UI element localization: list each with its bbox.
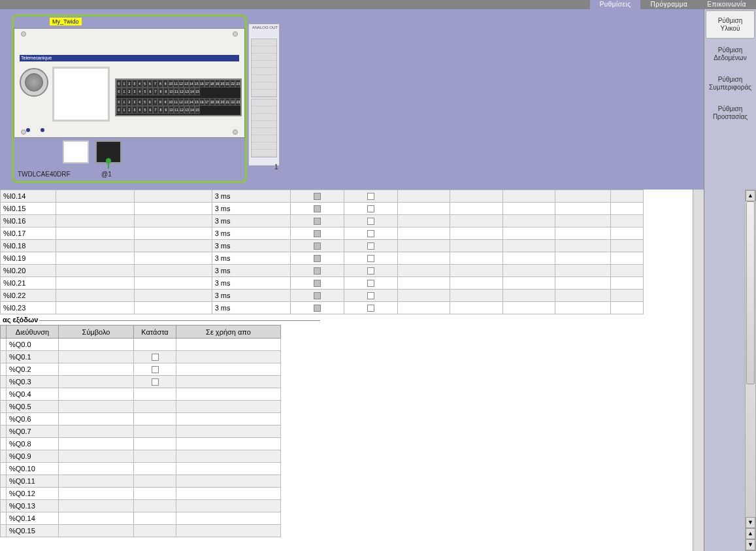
checkbox-icon[interactable] [314, 292, 321, 299]
output-usedby-cell[interactable] [176, 388, 281, 401]
checkbox-icon[interactable] [314, 218, 321, 225]
input-cell[interactable] [555, 240, 610, 252]
input-cell[interactable] [502, 302, 555, 314]
input-cell[interactable] [610, 227, 643, 240]
scroll-jump-up-icon[interactable]: ▲ [746, 528, 755, 539]
output-usedby-cell[interactable] [176, 475, 281, 488]
input-filter-cell[interactable]: 3 ms [212, 252, 290, 265]
checkbox-icon[interactable] [367, 242, 374, 250]
output-usedby-cell[interactable] [176, 426, 281, 438]
input-check2-cell[interactable] [344, 265, 398, 277]
input-cell[interactable] [610, 302, 643, 314]
output-usedby-cell[interactable] [176, 351, 281, 363]
menu-communication[interactable]: Επικοινωνία [697, 0, 756, 9]
input-cell[interactable] [610, 203, 643, 215]
output-row[interactable]: %Q0.12 [1, 488, 281, 500]
output-row[interactable]: %Q0.10 [1, 463, 281, 475]
input-filter-cell[interactable]: 3 ms [212, 203, 290, 215]
output-usedby-cell[interactable] [176, 401, 281, 413]
input-cell[interactable] [555, 215, 610, 227]
checkbox-icon[interactable] [314, 267, 321, 275]
checkbox-icon[interactable] [314, 255, 321, 262]
output-state-cell[interactable] [134, 339, 176, 351]
input-cell[interactable] [450, 215, 502, 227]
input-cell[interactable] [398, 290, 450, 302]
input-check2-cell[interactable] [344, 240, 398, 252]
output-state-cell[interactable] [134, 488, 176, 500]
input-check2-cell[interactable] [344, 277, 398, 290]
input-filter-cell[interactable]: 3 ms [212, 227, 290, 240]
input-symbol-cell[interactable] [56, 277, 135, 290]
output-symbol-cell[interactable] [59, 413, 134, 426]
input-row[interactable]: %I0.233 ms [1, 302, 644, 314]
menu-program[interactable]: Πρόγραμμα [640, 0, 697, 9]
input-cell[interactable] [502, 277, 555, 290]
output-row[interactable]: %Q0.3 [1, 376, 281, 388]
input-cell[interactable] [502, 203, 555, 215]
checkbox-icon[interactable] [314, 305, 321, 312]
input-check1-cell[interactable] [290, 240, 344, 252]
input-cell[interactable] [135, 215, 212, 227]
checkbox-icon[interactable] [367, 205, 374, 212]
scroll-thumb[interactable] [746, 201, 755, 384]
tab-hardware-config[interactable]: Ρύθμιση Υλικού [706, 10, 755, 39]
output-state-cell[interactable] [134, 413, 176, 426]
input-cell[interactable] [135, 290, 212, 302]
input-cell[interactable] [450, 265, 502, 277]
input-cell[interactable] [610, 240, 643, 252]
input-cell[interactable] [450, 227, 502, 240]
input-cell[interactable] [555, 265, 610, 277]
serial-port-icon[interactable] [63, 141, 89, 163]
output-row[interactable]: %Q0.0 [1, 339, 281, 351]
output-symbol-cell[interactable] [59, 488, 134, 500]
checkbox-icon[interactable] [152, 366, 159, 373]
input-cell[interactable] [398, 190, 450, 203]
input-symbol-cell[interactable] [56, 240, 135, 252]
checkbox-icon[interactable] [314, 242, 321, 250]
input-cell[interactable] [398, 277, 450, 290]
input-filter-cell[interactable]: 3 ms [212, 302, 290, 314]
input-cell[interactable] [555, 277, 610, 290]
input-check2-cell[interactable] [344, 252, 398, 265]
input-cell[interactable] [398, 227, 450, 240]
checkbox-icon[interactable] [314, 205, 321, 212]
checkbox-icon[interactable] [152, 378, 159, 386]
output-state-cell[interactable] [134, 500, 176, 512]
scroll-down-arrow-icon[interactable]: ▼ [746, 517, 755, 528]
input-check2-cell[interactable] [344, 190, 398, 203]
input-symbol-cell[interactable] [56, 302, 135, 314]
tab-protection-config[interactable]: Ρύθμιση Προστασίας [706, 99, 755, 127]
output-symbol-cell[interactable] [59, 500, 134, 512]
output-symbol-cell[interactable] [59, 463, 134, 475]
output-usedby-cell[interactable] [176, 339, 281, 351]
output-row[interactable]: %Q0.2 [1, 363, 281, 376]
input-row[interactable]: %I0.193 ms [1, 252, 644, 265]
output-symbol-cell[interactable] [59, 438, 134, 450]
input-symbol-cell[interactable] [56, 190, 135, 203]
input-cell[interactable] [555, 302, 610, 314]
input-row[interactable]: %I0.173 ms [1, 227, 644, 240]
input-cell[interactable] [398, 203, 450, 215]
checkbox-icon[interactable] [152, 354, 159, 361]
checkbox-icon[interactable] [367, 292, 374, 299]
checkbox-icon[interactable] [367, 255, 374, 262]
input-cell[interactable] [555, 227, 610, 240]
output-state-cell[interactable] [134, 475, 176, 488]
checkbox-icon[interactable] [367, 193, 374, 200]
output-usedby-cell[interactable] [176, 512, 281, 525]
input-cell[interactable] [135, 227, 212, 240]
output-symbol-cell[interactable] [59, 450, 134, 463]
input-check2-cell[interactable] [344, 227, 398, 240]
output-state-cell[interactable] [134, 376, 176, 388]
input-cell[interactable] [135, 277, 212, 290]
col-header-state[interactable]: Κατάστα [134, 326, 176, 339]
input-symbol-cell[interactable] [56, 290, 135, 302]
input-check1-cell[interactable] [290, 302, 344, 314]
output-symbol-cell[interactable] [59, 525, 134, 537]
input-check1-cell[interactable] [290, 277, 344, 290]
output-row[interactable]: %Q0.14 [1, 512, 281, 525]
input-cell[interactable] [450, 190, 502, 203]
input-symbol-cell[interactable] [56, 215, 135, 227]
input-cell[interactable] [135, 203, 212, 215]
output-usedby-cell[interactable] [176, 500, 281, 512]
